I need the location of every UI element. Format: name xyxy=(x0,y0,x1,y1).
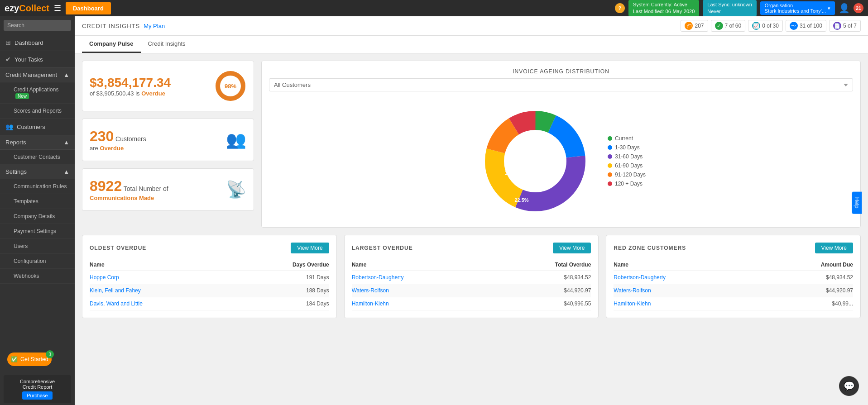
get-started-button[interactable]: ✅ Get Started 3 xyxy=(7,353,52,366)
oldest-row2-name[interactable]: Davis, Ward and Little xyxy=(90,300,143,307)
user-icon[interactable]: 👤 xyxy=(839,3,850,14)
sidebar-item-company-details[interactable]: Company Details xyxy=(0,209,75,224)
donut-title: INVOICE AGEING DISTRIBUTION xyxy=(269,68,853,75)
legend-label-91-120: 91-120 Days xyxy=(615,172,646,178)
sidebar-item-templates[interactable]: Templates xyxy=(0,194,75,209)
stat-pill-0[interactable]: 🏷 207 xyxy=(681,20,708,32)
svg-text:12.2%: 12.2% xyxy=(504,170,518,176)
oldest-row2-val: 184 Days xyxy=(306,300,329,307)
stat-pill-2[interactable]: 📈 0 of 30 xyxy=(748,20,783,32)
my-plan-link[interactable]: My Plan xyxy=(144,23,165,29)
red-zone-header: RED ZONE CUSTOMERS View More xyxy=(614,243,853,253)
largest-row1-name[interactable]: Waters-Rolfson xyxy=(352,287,389,294)
oldest-col2: Days Overdue xyxy=(293,262,329,268)
webhooks-label: Webhooks xyxy=(14,273,39,279)
hamburger-icon[interactable]: ☰ xyxy=(54,3,61,13)
search-input[interactable] xyxy=(4,20,71,31)
stat-pill-3[interactable]: 〜 31 of 100 xyxy=(786,20,826,32)
help-tab[interactable]: Help xyxy=(852,191,862,214)
system-status-pill[interactable]: System Currently: Active Last Modified: … xyxy=(628,0,699,16)
legend-1-30: 1-30 Days xyxy=(608,144,646,151)
settings-chevron: ▲ xyxy=(63,168,69,175)
purchase-button[interactable]: Purchase xyxy=(22,391,52,400)
red-zone-col2: Amount Due xyxy=(821,262,853,268)
table-row: Hamilton-Kiehn $40,99... xyxy=(614,297,853,310)
redzone-row1-val: $44,920.97 xyxy=(826,287,853,294)
largest-overdue-view-more[interactable]: View More xyxy=(553,243,591,253)
org-pill[interactable]: Organisation Stark Industries and Tony'.… xyxy=(760,1,835,15)
reports-label: Reports xyxy=(5,139,26,146)
sidebar-item-dashboard[interactable]: ⊞ Dashboard xyxy=(0,34,75,51)
bottom-row: OLDEST OVERDUE View More Name Days Overd… xyxy=(82,235,861,318)
legend-dot-current xyxy=(608,136,612,141)
sidebar-item-customers[interactable]: 👥 Customers xyxy=(0,119,75,135)
oldest-row0-name[interactable]: Hoppe Corp xyxy=(90,274,119,281)
redzone-row1-name[interactable]: Waters-Rolfson xyxy=(614,287,651,294)
tab-company-pulse[interactable]: Company Pulse xyxy=(82,36,141,53)
largest-row2-name[interactable]: Hamilton-Kiehn xyxy=(352,300,389,307)
oldest-overdue-view-more[interactable]: View More xyxy=(291,243,329,253)
sidebar-item-configuration[interactable]: Configuration xyxy=(0,254,75,269)
largest-row0-val: $48,934.52 xyxy=(564,274,591,281)
sidebar-section-credit-management[interactable]: Credit Management ▲ xyxy=(0,68,75,82)
org-label: Organisation xyxy=(765,3,826,8)
sidebar-item-payment-settings[interactable]: Payment Settings xyxy=(0,224,75,239)
overdue-amount-desc: of $3,905,500.43 is Overdue xyxy=(90,90,171,97)
overdue-of-amount: of $3,905,500.43 is xyxy=(90,90,140,97)
legend-label-31-60: 31-60 Days xyxy=(615,153,643,160)
org-name: Stark Industries and Tony'... xyxy=(765,8,826,14)
logo-collect: Collect xyxy=(19,3,49,13)
chat-bubble[interactable]: 💬 xyxy=(839,376,859,396)
sidebar-item-webhooks[interactable]: Webhooks xyxy=(0,269,75,284)
stat-icon-0: 🏷 xyxy=(685,22,693,30)
table-row: Hoppe Corp 191 Days xyxy=(90,271,329,284)
sidebar-item-credit-applications[interactable]: Credit Applications New xyxy=(0,82,75,104)
sidebar-item-users[interactable]: Users xyxy=(0,239,75,254)
content-header: CREDIT INSIGHTS My Plan 🏷 207 ✓ 7 of 60 … xyxy=(75,16,868,36)
oldest-overdue-title: OLDEST OVERDUE xyxy=(90,245,146,251)
table-row: Klein, Feil and Fahey 188 Days xyxy=(90,284,329,297)
stat-pill-4[interactable]: 📄 5 of 7 xyxy=(829,20,861,32)
dashboard-icon: ⊞ xyxy=(5,39,11,46)
sidebar-item-customer-contacts[interactable]: Customer Contacts xyxy=(0,150,75,165)
sidebar-item-your-tasks[interactable]: ✔ Your Tasks xyxy=(0,51,75,68)
legend-120-plus: 120 + Days xyxy=(608,181,646,187)
stat-icon-2: 📈 xyxy=(752,22,760,30)
oldest-overdue-table-header: Name Days Overdue xyxy=(90,259,329,271)
oldest-row1-name[interactable]: Klein, Feil and Fahey xyxy=(90,287,141,294)
red-zone-view-more[interactable]: View More xyxy=(815,243,853,253)
tabs: Company Pulse Credit Insights xyxy=(75,36,868,53)
stat-value-2: 0 of 30 xyxy=(762,23,779,29)
sidebar-item-scores-reports[interactable]: Scores and Reports xyxy=(0,104,75,119)
credit-management-chevron: ▲ xyxy=(63,71,69,78)
overdue-amount-left: $3,854,177.34 of $3,905,500.43 is Overdu… xyxy=(90,76,171,97)
communications-left: 8922 Total Number of Communications Made xyxy=(90,178,168,201)
largest-overdue-title: LARGEST OVERDUE xyxy=(352,245,413,251)
redzone-row0-name[interactable]: Robertson-Daugherty xyxy=(614,274,666,281)
overdue-percent: 98% xyxy=(225,83,236,90)
customer-select[interactable]: All Customers xyxy=(269,78,853,91)
sidebar-item-communication-rules[interactable]: Communication Rules xyxy=(0,179,75,194)
stat-pill-1[interactable]: ✓ 7 of 60 xyxy=(711,20,746,32)
largest-row0-name[interactable]: Robertson-Daugherty xyxy=(352,274,404,281)
largest-overdue-header: LARGEST OVERDUE View More xyxy=(352,243,591,253)
oldest-col1: Name xyxy=(90,262,105,268)
payment-settings-label: Payment Settings xyxy=(14,228,56,234)
legend-dot-120-plus xyxy=(608,181,612,186)
tab-credit-insights[interactable]: Credit Insights xyxy=(141,36,193,53)
legend-31-60: 31-60 Days xyxy=(608,153,646,160)
help-badge[interactable]: ? xyxy=(615,3,625,13)
redzone-row2-name[interactable]: Hamilton-Kiehn xyxy=(614,300,651,307)
legend-label-current: Current xyxy=(615,135,633,142)
system-status-label: System Currently: Active xyxy=(633,1,695,8)
stat-icon-4: 📄 xyxy=(833,22,841,30)
dashboard-button[interactable]: Dashboard xyxy=(66,2,111,14)
new-badge: New xyxy=(15,93,29,99)
last-sync-pill[interactable]: Last Sync: unknown Never xyxy=(703,0,756,16)
sidebar-section-settings[interactable]: Settings ▲ xyxy=(0,165,75,179)
sidebar-section-reports[interactable]: Reports ▲ xyxy=(0,135,75,150)
settings-label: Settings xyxy=(5,168,27,175)
content-area: CREDIT INSIGHTS My Plan 🏷 207 ✓ 7 of 60 … xyxy=(75,16,868,405)
sidebar-label-dashboard: Dashboard xyxy=(14,39,43,46)
notification-badge[interactable]: 21 xyxy=(854,3,863,13)
